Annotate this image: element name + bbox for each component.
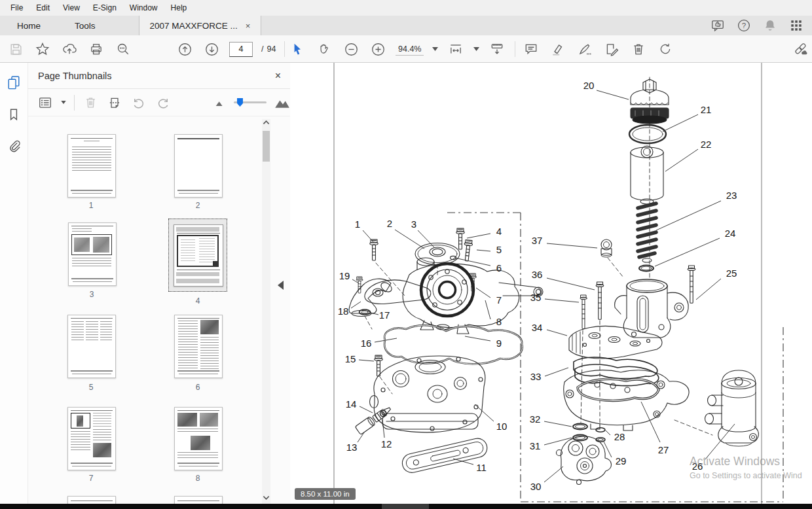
toolbar-separator	[515, 41, 515, 57]
thumbnail-label: 8	[174, 474, 222, 483]
scrollbar-up-icon[interactable]	[263, 120, 270, 125]
star-icon[interactable]	[33, 40, 52, 58]
menu-window[interactable]: Window	[123, 1, 164, 14]
svg-text:20: 20	[583, 80, 595, 91]
fit-page-caret-icon[interactable]	[473, 47, 479, 51]
help-icon[interactable]: ?	[736, 18, 752, 33]
insert-page-icon[interactable]	[107, 94, 123, 112]
menu-bar: File Edit View E-Sign Window Help	[0, 0, 812, 16]
redo-icon[interactable]	[155, 94, 172, 112]
zoom-level-value[interactable]: 94.4%	[396, 43, 424, 56]
page-down-icon[interactable]	[202, 40, 221, 58]
thumbnail-page-3[interactable]	[68, 222, 117, 286]
panel-collapse-icon[interactable]	[278, 281, 284, 290]
tab-document-label: 2007 MAXXFORCE ...	[150, 21, 238, 31]
menu-file[interactable]: File	[4, 1, 29, 14]
tab-bar: Home Tools 2007 MAXXFORCE ... × ?	[0, 16, 812, 35]
thumbnail-label: 2	[174, 201, 222, 210]
thumb-options-icon[interactable]	[37, 94, 53, 112]
share-cloud-icon[interactable]	[60, 40, 79, 58]
svg-text:37: 37	[532, 235, 543, 246]
svg-text:7: 7	[496, 294, 502, 306]
toolbar-nav-group: /94	[175, 40, 285, 58]
page-thumbnails-icon[interactable]	[6, 75, 22, 90]
thumbnail-label: 7	[67, 474, 115, 483]
thumbnail-label: 1	[67, 201, 115, 210]
svg-text:16: 16	[361, 338, 372, 349]
bookmarks-icon[interactable]	[7, 107, 21, 122]
tab-close-icon[interactable]: ×	[246, 22, 251, 30]
thumbnails-panel-header: Page Thumbnails ×	[28, 63, 290, 89]
tab-tools[interactable]: Tools	[58, 16, 113, 35]
panel-close-icon[interactable]: ×	[275, 70, 281, 82]
zoom-in-icon[interactable]	[369, 40, 387, 58]
thumbnail-label: 5	[67, 383, 115, 392]
thumbnails-scrollbar-thumb[interactable]	[263, 131, 270, 162]
scroll-mode-icon[interactable]	[488, 40, 506, 58]
svg-text:29: 29	[616, 455, 627, 466]
scrollbar-down-icon[interactable]	[263, 495, 270, 500]
undo-icon[interactable]	[131, 94, 147, 112]
bottom-edge-bar-segment	[382, 504, 429, 509]
svg-text:4: 4	[496, 226, 502, 237]
panel-title: Page Thumbnails	[38, 71, 112, 81]
thumbnails-scrollbar[interactable]	[262, 119, 270, 504]
thumb-delete-icon[interactable]	[83, 94, 99, 112]
menu-view[interactable]: View	[56, 1, 86, 14]
thumbnail-page-7[interactable]	[67, 407, 116, 470]
apps-grid-icon[interactable]	[788, 18, 804, 33]
find-icon[interactable]	[114, 40, 132, 58]
thumbnail-page-4-selected[interactable]	[168, 219, 227, 292]
svg-text:35: 35	[530, 292, 542, 303]
menu-esign[interactable]: E-Sign	[86, 1, 123, 14]
highlight-icon[interactable]	[549, 40, 567, 58]
menu-edit[interactable]: Edit	[29, 1, 56, 14]
thumb-zoom-slider-handle[interactable]	[237, 98, 243, 107]
comment-icon[interactable]	[522, 40, 540, 58]
thumbnail-page-8[interactable]	[174, 407, 223, 470]
thumb-options-caret-icon[interactable]	[61, 101, 66, 104]
save-icon[interactable]	[7, 40, 25, 58]
thumb-zoom-slider[interactable]	[234, 101, 267, 103]
document-page[interactable]: 1234567891011121314151617181920212223242…	[290, 63, 812, 504]
menu-help[interactable]: Help	[164, 1, 194, 14]
thumbnail-label: 6	[174, 383, 222, 392]
page-size-tooltip: 8.50 x 11.00 in	[295, 488, 356, 500]
delete-pages-icon[interactable]	[629, 40, 648, 58]
svg-text:33: 33	[530, 371, 542, 382]
rotate-pages-icon[interactable]	[656, 40, 674, 58]
attachments-icon[interactable]	[7, 139, 21, 153]
tabbar-right-icons: ?	[710, 16, 812, 35]
page-up-icon[interactable]	[175, 40, 194, 58]
svg-text:2: 2	[387, 218, 392, 229]
toolbar-view-group: 94.4%	[288, 40, 515, 58]
print-icon[interactable]	[87, 40, 105, 58]
svg-text:6: 6	[496, 262, 502, 273]
fit-page-icon[interactable]	[447, 40, 465, 58]
tab-document[interactable]: 2007 MAXXFORCE ... ×	[139, 16, 262, 35]
fill-sign-icon[interactable]	[576, 40, 594, 58]
thumb-larger-icon[interactable]	[274, 95, 290, 111]
thumbnail-label: 3	[67, 290, 116, 299]
zoom-out-icon[interactable]	[342, 40, 360, 58]
share-link-icon[interactable]	[791, 40, 809, 58]
svg-text:?: ?	[742, 22, 746, 29]
tab-home[interactable]: Home	[0, 16, 58, 35]
svg-text:11: 11	[476, 462, 487, 473]
thumbnail-page-5[interactable]	[67, 315, 116, 378]
page-number-input[interactable]	[229, 42, 253, 57]
thumbnail-page-2[interactable]	[174, 134, 223, 198]
svg-text:9: 9	[496, 338, 502, 349]
notifications-icon[interactable]	[762, 18, 778, 33]
hand-tool-icon[interactable]	[315, 40, 333, 58]
zoom-caret-icon[interactable]	[432, 47, 438, 51]
svg-text:32: 32	[530, 413, 541, 425]
feedback-icon[interactable]	[710, 18, 726, 33]
thumb-smaller-icon[interactable]	[214, 97, 226, 109]
edit-page-icon[interactable]	[602, 40, 621, 58]
thumbnail-label: 4	[174, 296, 222, 306]
thumbnail-page-1[interactable]	[67, 134, 116, 198]
thumbnail-page-6[interactable]	[174, 315, 223, 378]
select-tool-icon[interactable]	[288, 40, 306, 58]
svg-text:10: 10	[496, 421, 507, 432]
